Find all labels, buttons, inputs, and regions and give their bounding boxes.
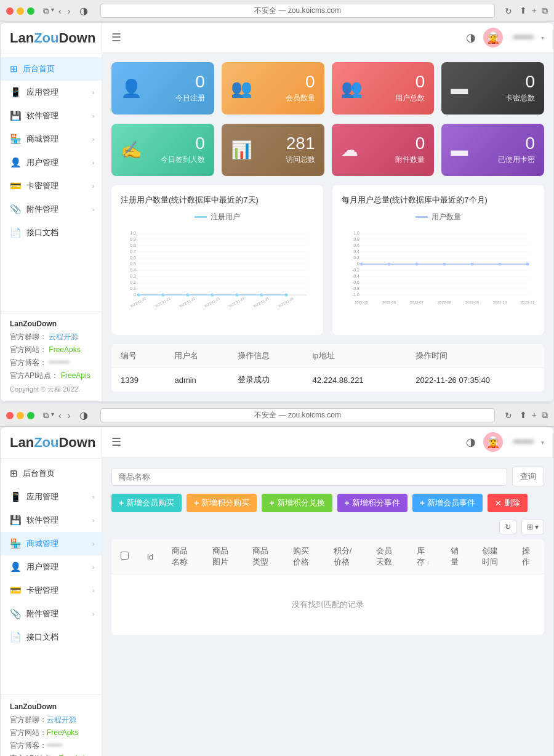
stat-value: 0 xyxy=(366,135,425,152)
sidebar-item-label: 用户管理 xyxy=(26,561,58,573)
address-bar-1[interactable]: 不安全 — zou.koicms.com xyxy=(100,4,494,18)
add-points-buy-button[interactable]: + 新增积分购买 xyxy=(187,494,257,512)
refresh-icon-1[interactable]: ↻ xyxy=(505,6,512,16)
new-tab-icon[interactable]: + xyxy=(532,6,537,16)
svg-point-60 xyxy=(416,263,419,266)
minimize-button[interactable] xyxy=(17,7,24,15)
forward-button[interactable]: › xyxy=(66,6,73,16)
sidebar2-item-home[interactable]: ⊞ 后台首页 xyxy=(1,462,102,485)
theme-icon[interactable]: ◑ xyxy=(466,31,476,44)
sidebar2-item-api[interactable]: 📄 接口文档 xyxy=(1,625,102,649)
footer-api-link[interactable]: FreeApis xyxy=(61,371,90,380)
add-member-buy-button[interactable]: + 新增会员购买 xyxy=(111,494,182,512)
plus-icon: + xyxy=(345,498,350,508)
user-menu-chevron-2[interactable]: ▾ xyxy=(541,439,544,446)
chevron-down-icon[interactable]: ▾ xyxy=(51,6,54,16)
sidebar-toggle-icon[interactable]: ⧉ xyxy=(542,6,548,16)
footer-site-link[interactable]: FreeApks xyxy=(49,345,80,354)
sidebar-item-home[interactable]: ⊞ 后台首页 xyxy=(1,57,102,81)
sidebar2-item-cards[interactable]: 💳 卡密管理 › xyxy=(1,579,102,602)
minimize-button-2[interactable] xyxy=(17,412,24,419)
add-member-event-button[interactable]: + 新增会员事件 xyxy=(412,494,483,512)
footer-blog-link[interactable]: •••••••• xyxy=(49,358,70,367)
stat-label: 已使用卡密 xyxy=(475,155,535,165)
sidebar2-item-software[interactable]: 💾 软件管理 › xyxy=(1,509,102,532)
top-header-1: ☰ ◑ 🧝 •••••••• ▾ xyxy=(102,23,553,53)
sidebar-item-api[interactable]: 📄 接口文档 xyxy=(1,221,102,244)
sidebar-item-shop[interactable]: 🏪 商城管理 › xyxy=(1,127,102,151)
svg-text:0.4: 0.4 xyxy=(130,268,136,272)
window-list-icon[interactable]: ⧉ xyxy=(43,6,49,16)
select-all-checkbox[interactable] xyxy=(121,552,129,560)
share-icon-2[interactable]: ⬆ xyxy=(520,410,527,420)
sidebar2-item-shop[interactable]: 🏪 商城管理 › xyxy=(1,532,102,555)
sidebar-item-software[interactable]: 💾 软件管理 › xyxy=(1,104,102,127)
browser-nav-2: ⧉ ▾ ‹ › xyxy=(43,411,72,420)
refresh-table-button[interactable]: ↻ xyxy=(499,520,516,534)
theme-icon-2[interactable]: ◑ xyxy=(466,435,476,449)
visits-icon: 📊 xyxy=(231,140,252,160)
logo-lan-2: Lan xyxy=(10,435,34,450)
delete-button[interactable]: ✕ 删除 xyxy=(488,494,528,512)
window-2: LanZouDown ⊞ 后台首页 📱 应用管理 › 💾 软 xyxy=(0,427,554,756)
hamburger-icon-2[interactable]: ☰ xyxy=(111,435,121,449)
stat-info: 0 用户总数 xyxy=(370,73,425,103)
svg-point-63 xyxy=(499,263,502,266)
sidebar-item-label: 卡密管理 xyxy=(26,180,58,191)
plus-icon: + xyxy=(269,498,274,508)
back-button-2[interactable]: ‹ xyxy=(57,411,63,420)
btn-label: 新增积分事件 xyxy=(352,497,400,509)
maximize-button[interactable] xyxy=(27,7,34,15)
sidebar2-item-users[interactable]: 👤 用户管理 › xyxy=(1,555,102,579)
sidebar-toggle-icon-2[interactable]: ⧉ xyxy=(542,410,548,420)
logo-area-2: LanZouDown xyxy=(1,427,102,459)
svg-text:-0.2: -0.2 xyxy=(352,268,359,272)
svg-point-61 xyxy=(443,263,446,266)
address-bar-2[interactable]: 不安全 — zou.koicms.com xyxy=(100,408,494,422)
user-menu-chevron[interactable]: ▾ xyxy=(541,34,544,41)
footer-group-link-2[interactable]: 云程开源 xyxy=(47,715,76,724)
main-content-2: 查询 + 新增会员购买 + 新增积分购买 + xyxy=(102,457,553,756)
x-icon: ✕ xyxy=(495,499,502,508)
chart2-svg: 1.0 0.8 0.6 0.4 0.2 0 -0.2 -0.4 -0.6 - xyxy=(342,227,535,307)
col-prod-type: 商品类型 xyxy=(243,539,284,574)
sidebar-item-cards[interactable]: 💳 卡密管理 › xyxy=(1,174,102,198)
sidebar-item-apps[interactable]: 📱 应用管理 › xyxy=(1,81,102,104)
new-tab-icon-2[interactable]: + xyxy=(532,410,537,420)
search-button[interactable]: 查询 xyxy=(512,467,544,486)
svg-text:0.6: 0.6 xyxy=(130,255,136,260)
sidebar-item-users[interactable]: 👤 用户管理 › xyxy=(1,151,102,174)
apps-icon-2: 📱 xyxy=(10,491,22,502)
search-input[interactable] xyxy=(111,468,507,486)
header-left-2: ☰ xyxy=(111,435,121,449)
sidebar2-item-apps[interactable]: 📱 应用管理 › xyxy=(1,485,102,509)
columns-button[interactable]: ⊞ ▾ xyxy=(521,520,544,534)
chevron-down-icon-2[interactable]: ▾ xyxy=(51,411,54,420)
footer-site-link-2[interactable]: FreeApks xyxy=(47,728,78,737)
sidebar2-item-files[interactable]: 📎 附件管理 › xyxy=(1,602,102,625)
chart1-legend-label: 注册用户 xyxy=(211,212,240,222)
back-button[interactable]: ‹ xyxy=(57,6,63,16)
close-button-2[interactable] xyxy=(6,412,14,419)
stat-card-attachments: ☁ 0 附件数量 xyxy=(332,124,435,176)
hamburger-icon[interactable]: ☰ xyxy=(111,31,121,44)
refresh-icon-2[interactable]: ↻ xyxy=(505,411,512,420)
add-points-exchange-button[interactable]: + 新增积分兑换 xyxy=(262,494,332,512)
close-button[interactable] xyxy=(6,7,14,15)
forward-button-2[interactable]: › xyxy=(66,411,73,420)
sidebar-item-files[interactable]: 📎 附件管理 › xyxy=(1,198,102,221)
chevron-right-icon: › xyxy=(92,159,94,166)
files-icon-2: 📎 xyxy=(10,608,22,619)
cell-username: admin xyxy=(165,368,228,392)
window-list-icon-2[interactable]: ⧉ xyxy=(43,411,49,420)
maximize-button-2[interactable] xyxy=(27,412,34,419)
header-right-2: ◑ 🧝 •••••••• ▾ xyxy=(466,432,544,452)
sidebar-item-label: 软件管理 xyxy=(26,110,58,121)
share-icon[interactable]: ⬆ xyxy=(520,6,527,16)
svg-text:0.9: 0.9 xyxy=(130,237,136,241)
footer-blog-link-2[interactable]: •••••• xyxy=(47,741,62,750)
software-icon-2: 💾 xyxy=(10,515,22,526)
add-points-event-button[interactable]: + 新增积分事件 xyxy=(337,494,407,512)
footer-group-link[interactable]: 云程开源 xyxy=(49,332,78,341)
browser-icon-2: ◑ xyxy=(79,409,88,421)
